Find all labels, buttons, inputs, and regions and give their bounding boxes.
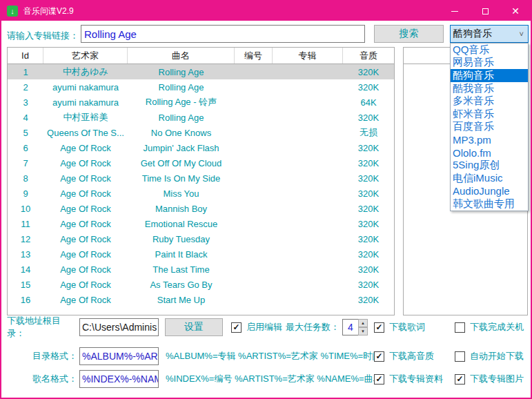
source-option[interactable]: 酷我音乐 (451, 82, 528, 95)
name-format-input[interactable]: %INDEX%-%NAM (79, 370, 159, 388)
table-cell: 6 (8, 140, 43, 155)
source-option[interactable]: 5Sing原创 (451, 159, 528, 172)
table-cell: 8 (8, 171, 43, 186)
source-option[interactable]: 多米音乐 (451, 95, 528, 108)
max-tasks-value[interactable]: 4 (342, 319, 358, 335)
column-header-5[interactable]: 音质 (343, 48, 394, 64)
table-cell (235, 231, 273, 246)
table-cell: 320K (343, 110, 394, 125)
titlebar[interactable]: ↓ 音乐间谍V2.9 ✕ (1, 1, 531, 21)
max-tasks-label: 最大任务数： (284, 318, 339, 336)
table-cell: Rolling Age (128, 79, 235, 95)
table-row[interactable]: 1中村あゆみRolling Age320K (8, 64, 394, 79)
table-cell (235, 95, 273, 110)
app-icon: ↓ (7, 6, 18, 17)
column-header-3[interactable]: 编号 (235, 48, 273, 64)
table-cell (273, 64, 343, 79)
checkbox-icon: ✓ (231, 322, 242, 333)
dir-format-input[interactable]: %ALBUM%-%AR (79, 347, 159, 365)
shutdown-after-checkbox[interactable]: 下载完成关机 (455, 318, 524, 336)
table-row[interactable]: 10Age Of RockMannish Boy320K (8, 201, 394, 216)
table-row[interactable]: 15Age Of RockAs Tears Go By320K (8, 277, 394, 292)
source-option[interactable]: 虾米音乐 (451, 108, 528, 121)
table-row[interactable]: 2ayumi nakamuraRolling Age320K (8, 79, 394, 95)
table-row[interactable]: 7Age Of RockGet Off Of My Cloud320K (8, 155, 394, 171)
table-cell (235, 140, 273, 155)
table-row[interactable]: 4中村亚裕美Rolling Age320K (8, 110, 394, 125)
table-cell: 16 (8, 292, 43, 307)
table-row[interactable]: 16Age Of RockStart Me Up320K (8, 292, 394, 307)
source-option[interactable]: 韩文歌曲专用 (451, 197, 528, 211)
close-button[interactable]: ✕ (500, 1, 531, 21)
enable-edit-checkbox[interactable]: ✓ 启用编辑 (231, 318, 282, 336)
table-cell (273, 186, 343, 201)
table-cell: 2 (8, 79, 43, 95)
table-cell (235, 171, 273, 186)
source-option[interactable]: 百度音乐 (451, 121, 528, 134)
table-cell: 320K (343, 64, 394, 79)
results-table-body: 1中村あゆみRolling Age320K2ayumi nakamuraRoll… (8, 64, 394, 307)
table-cell: ayumi nakamura (43, 95, 128, 110)
table-cell (235, 155, 273, 171)
checkbox-icon: ✓ (455, 374, 465, 385)
album-info-checkbox[interactable]: ✓ 下载专辑资料 (374, 370, 443, 388)
table-row[interactable]: 5Queens Of The S...No One Knows无损 (8, 125, 394, 140)
album-link-input[interactable] (81, 25, 365, 43)
source-option[interactable]: QQ音乐 (451, 43, 528, 57)
music-source-select[interactable]: 酷狗音乐 ˅ (450, 25, 529, 43)
table-cell: Jumpin' Jack Flash (128, 140, 235, 155)
table-cell: 9 (8, 186, 43, 201)
table-row[interactable]: 3ayumi nakamuraRolling Age - 铃声64K (8, 95, 394, 110)
set-dir-button[interactable]: 设置 (165, 318, 223, 336)
auto-start-label: 自动开始下载 (470, 350, 524, 362)
stepper-up-button[interactable]: ▲ (358, 319, 368, 327)
column-header-1[interactable]: 艺术家 (43, 48, 128, 64)
table-cell: 320K (343, 140, 394, 155)
table-row[interactable]: 8Age Of RockTime Is On My Side320K (8, 171, 394, 186)
table-cell: 7 (8, 155, 43, 171)
column-header-0[interactable]: Id (8, 48, 43, 64)
table-cell: 320K (343, 277, 394, 292)
auto-start-checkbox[interactable]: 自动开始下载 (455, 347, 524, 365)
download-lyrics-label: 下载歌词 (389, 321, 425, 333)
table-row[interactable]: 11Age Of RockEmotional Rescue320K (8, 216, 394, 231)
root-dir-input[interactable]: C:\Users\Adminis (79, 318, 159, 336)
table-cell: Age Of Rock (43, 216, 128, 231)
source-option[interactable]: 网易音乐 (451, 57, 528, 70)
source-option[interactable]: 电信iMusic (451, 172, 528, 185)
album-art-checkbox[interactable]: ✓ 下载专辑图片 (455, 370, 524, 388)
source-option[interactable]: 酷狗音乐 (451, 69, 528, 82)
column-header-4[interactable]: 专辑 (273, 48, 343, 64)
table-row[interactable]: 14Age Of RockThe Last Time320K (8, 262, 394, 277)
table-cell: Age Of Rock (43, 277, 128, 292)
table-cell: Age Of Rock (43, 186, 128, 201)
minimize-button[interactable] (440, 1, 470, 21)
table-cell: Start Me Up (128, 292, 235, 307)
source-option[interactable]: MP3.pm (451, 133, 528, 146)
table-row[interactable]: 9Age Of RockMiss You320K (8, 186, 394, 201)
table-row[interactable]: 6Age Of RockJumpin' Jack Flash320K (8, 140, 394, 155)
table-row[interactable]: 13Age Of RockPaint It Black320K (8, 246, 394, 262)
table-cell: 4 (8, 110, 43, 125)
name-format-label: 歌名格式： (7, 370, 77, 388)
column-header-2[interactable]: 曲名 (128, 48, 235, 64)
stepper-down-button[interactable]: ▼ (358, 327, 368, 335)
table-cell (273, 216, 343, 231)
results-table-header: Id艺术家曲名编号专辑音质 (8, 48, 394, 64)
table-cell (273, 231, 343, 246)
table-cell: Age Of Rock (43, 140, 128, 155)
search-button[interactable]: 搜索 (374, 25, 444, 43)
source-option[interactable]: Ololo.fm (451, 146, 528, 159)
maximize-button[interactable] (470, 1, 500, 21)
table-cell: 320K (343, 292, 394, 307)
table-row[interactable]: 12Age Of RockRuby Tuesday320K (8, 231, 394, 246)
table-cell: 320K (343, 201, 394, 216)
table-cell (273, 95, 343, 110)
source-option[interactable]: AudioJungle (451, 185, 528, 198)
high-quality-checkbox[interactable]: ✓ 下载高音质 (374, 347, 434, 365)
table-cell (235, 246, 273, 262)
table-cell (273, 262, 343, 277)
download-lyrics-checkbox[interactable]: ✓ 下载歌词 (374, 318, 425, 336)
table-cell: 320K (343, 171, 394, 186)
app-title: 音乐间谍V2.9 (23, 6, 74, 17)
